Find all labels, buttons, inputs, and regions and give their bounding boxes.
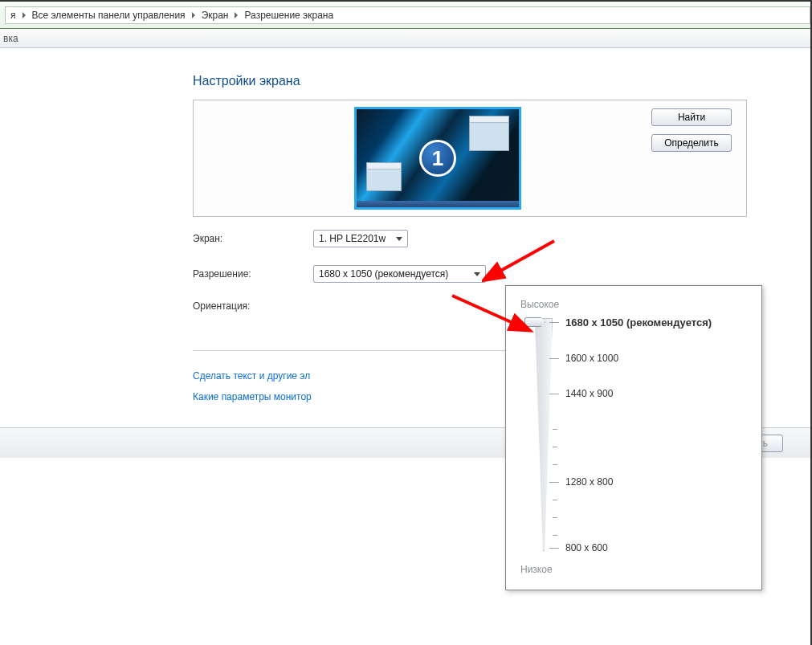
resolution-option[interactable]: 1280 х 800: [565, 476, 613, 488]
slider-tick: [549, 358, 559, 359]
orientation-label: Ориентация:: [193, 300, 313, 312]
resolution-option[interactable]: 1440 х 900: [565, 388, 613, 399]
resolution-option[interactable]: 800 х 600: [565, 542, 608, 553]
chevron-right-icon: [192, 12, 195, 18]
slider-tick-minor: [553, 517, 557, 518]
slider-tick: [549, 322, 559, 323]
page-title: Настройки экрана: [193, 74, 810, 88]
breadcrumb[interactable]: я Все элементы панели управления Экран Р…: [5, 6, 810, 24]
resolution-option[interactable]: 1600 х 1000: [565, 353, 618, 364]
breadcrumb-item-resolution[interactable]: Разрешение экрана: [243, 10, 335, 21]
slider-high-label: Высокое: [520, 299, 747, 310]
monitor-thumbnail[interactable]: 1: [354, 107, 521, 210]
monitor-number-badge: 1: [419, 140, 456, 177]
slider-tick-minor: [553, 447, 557, 447]
text-size-link[interactable]: Сделать текст и другие эл: [193, 370, 310, 382]
slider-tick: [549, 394, 559, 394]
slider-tick-minor: [553, 535, 557, 536]
resolution-label: Разрешение:: [193, 268, 313, 280]
slider-tick: [549, 548, 559, 549]
resolution-combo[interactable]: 1680 х 1050 (рекомендуется): [313, 265, 486, 283]
breadcrumb-fragment: я: [9, 10, 18, 21]
identify-button[interactable]: Определить: [651, 134, 732, 152]
chevron-right-icon: [235, 12, 238, 18]
resolution-dropdown-popup[interactable]: Высокое 1680 х 1050 (рекомендуется)1600 …: [505, 285, 762, 590]
screen-combo[interactable]: 1. HP LE2201w: [313, 230, 408, 247]
slider-tick: [549, 482, 559, 483]
taskbar-icon: [357, 201, 519, 207]
monitor-params-link[interactable]: Какие параметры монитор: [193, 391, 312, 402]
toolbar: вка: [0, 29, 810, 48]
chevron-right-icon: [22, 12, 26, 18]
toolbar-fragment[interactable]: вка: [3, 33, 18, 44]
breadcrumb-item-display[interactable]: Экран: [200, 10, 231, 21]
resolution-slider[interactable]: 1680 х 1050 (рекомендуется)1600 х 100014…: [520, 318, 747, 559]
slider-low-label: Низкое: [520, 564, 747, 575]
slider-tick-minor: [553, 500, 557, 500]
address-bar: я Все элементы панели управления Экран Р…: [0, 2, 810, 29]
slider-tick-minor: [553, 429, 557, 430]
screen-label: Экран:: [193, 233, 313, 244]
display-preview-frame: 1 Найти Определить: [193, 100, 747, 217]
resolution-combo-value: 1680 х 1050 (рекомендуется): [319, 268, 448, 280]
window-icon: [366, 162, 402, 191]
window-icon: [469, 116, 509, 151]
screen-combo-value: 1. HP LE2201w: [319, 233, 386, 244]
slider-track-icon: [535, 318, 553, 551]
chevron-down-icon: [474, 272, 480, 276]
breadcrumb-item-control-panel[interactable]: Все элементы панели управления: [31, 10, 187, 21]
resolution-option[interactable]: 1680 х 1050 (рекомендуется): [565, 316, 712, 329]
slider-tick-minor: [553, 464, 557, 465]
chevron-down-icon: [396, 237, 402, 241]
find-button[interactable]: Найти: [651, 108, 732, 126]
